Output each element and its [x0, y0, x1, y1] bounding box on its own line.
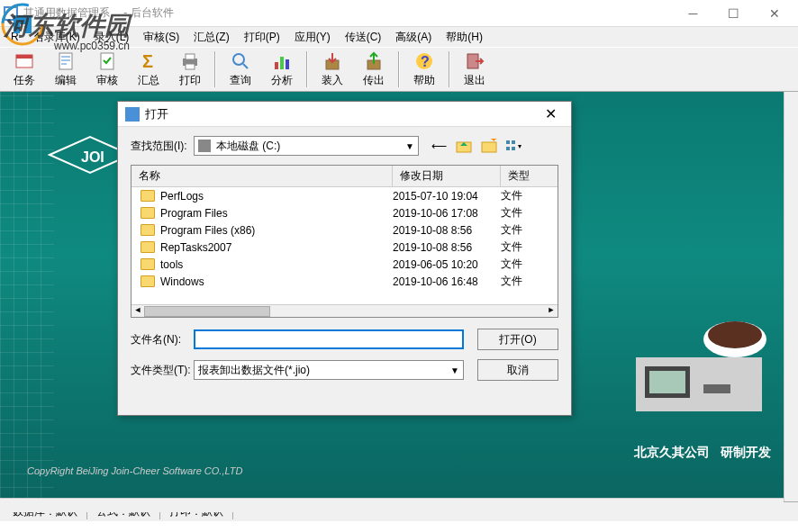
file-list-header: 名称 修改日期 类型: [131, 166, 558, 187]
toolbar-chart-button[interactable]: 分析: [261, 50, 303, 89]
sum-icon: Σ: [139, 51, 159, 71]
lookin-dropdown[interactable]: 本地磁盘 (C:) ▼: [194, 136, 419, 156]
svg-rect-6: [59, 53, 72, 69]
column-name[interactable]: 名称: [131, 166, 393, 186]
horizontal-scrollbar[interactable]: [0, 498, 784, 512]
open-button[interactable]: 打开(O): [477, 329, 558, 350]
svg-rect-34: [512, 140, 515, 144]
file-list: 名称 修改日期 类型 PerfLogs2015-07-10 19:04文件Pro…: [131, 165, 558, 318]
minimize-button[interactable]: ─: [673, 1, 713, 26]
dialog-titlebar: 打开 ✕: [118, 102, 571, 127]
toolbar-exit-button[interactable]: 退出: [454, 50, 495, 89]
task-icon: [14, 51, 34, 71]
watermark-url: www.pc0359.cn: [54, 40, 130, 52]
menu-item-8[interactable]: 高级(A): [388, 28, 439, 47]
drive-icon: [198, 140, 211, 152]
folder-icon: [141, 241, 155, 253]
svg-rect-15: [286, 59, 289, 69]
svg-rect-13: [275, 62, 278, 69]
svg-rect-26: [649, 371, 685, 393]
svg-text:?: ?: [421, 54, 430, 69]
filetype-label: 文件类型(T):: [131, 363, 194, 378]
export-icon: [364, 51, 384, 71]
folder-icon: [141, 275, 155, 287]
folder-icon: [141, 190, 155, 202]
folder-icon: [141, 224, 155, 236]
folder-icon: [141, 258, 155, 270]
svg-point-12: [233, 54, 244, 65]
toolbar-separator: [214, 51, 216, 87]
svg-rect-32: [506, 140, 510, 144]
file-list-scrollbar[interactable]: ◄ ►: [131, 304, 558, 317]
chevron-down-icon: ▼: [450, 365, 459, 375]
close-button[interactable]: ✕: [754, 1, 794, 26]
file-row[interactable]: Program Files (x86)2019-10-08 8:56文件: [131, 221, 558, 239]
scrollbar-thumb[interactable]: [144, 306, 270, 317]
column-type[interactable]: 类型: [501, 166, 546, 186]
edit-icon: [56, 51, 76, 71]
svg-rect-11: [186, 64, 195, 69]
dialog-title: 打开: [145, 106, 537, 122]
column-date[interactable]: 修改日期: [393, 166, 501, 186]
filename-label: 文件名(N):: [131, 332, 194, 347]
menu-item-6[interactable]: 应用(Y): [287, 28, 338, 47]
svg-text:JOI: JOI: [81, 149, 104, 165]
chart-icon: [272, 51, 292, 71]
exit-icon: [465, 51, 485, 71]
decorative-desk-image: [618, 267, 780, 429]
toolbar-search-button[interactable]: 查询: [220, 50, 261, 89]
search-icon: [231, 51, 250, 71]
svg-rect-10: [186, 54, 195, 59]
toolbar-export-button[interactable]: 传出: [353, 50, 394, 89]
toolbar-sum-button[interactable]: Σ汇总: [128, 50, 169, 89]
chevron-down-icon: ▼: [405, 141, 414, 151]
dialog-icon: [125, 107, 140, 122]
svg-rect-33: [506, 147, 510, 150]
filetype-dropdown[interactable]: 报表卸出数据文件(*.jio) ▼: [194, 360, 464, 380]
toolbar-task-button[interactable]: 任务: [4, 50, 45, 89]
toolbar-import-button[interactable]: 装入: [312, 50, 353, 89]
menu-item-5[interactable]: 打印(P): [237, 28, 287, 47]
svg-rect-35: [512, 147, 515, 150]
vertical-scrollbar[interactable]: [784, 92, 798, 501]
copyright-text: CopyRight BeiJing Join-Cheer Software CO…: [27, 465, 242, 476]
toolbar-help-button[interactable]: ?帮助: [404, 50, 445, 89]
back-icon[interactable]: ⟵: [430, 137, 448, 155]
help-icon: ?: [414, 51, 434, 71]
file-row[interactable]: RepTasks20072019-10-08 8:56文件: [131, 239, 558, 256]
lookin-label: 查找范围(I):: [131, 139, 194, 154]
svg-rect-14: [280, 57, 284, 69]
view-menu-icon[interactable]: ▾: [505, 137, 523, 155]
toolbar-check-button[interactable]: 审核: [86, 50, 128, 89]
menu-item-3[interactable]: 审核(S): [136, 28, 186, 47]
svg-rect-27: [703, 384, 730, 393]
menu-item-4[interactable]: 汇总(Z): [186, 28, 236, 47]
open-file-dialog: 打开 ✕ 查找范围(I): 本地磁盘 (C:) ▼ ⟵ ✦ ▾ 名称 修改日期 …: [117, 101, 572, 416]
menu-item-7[interactable]: 传送(C): [338, 28, 389, 47]
menu-item-9[interactable]: 帮助(H): [439, 28, 490, 47]
svg-point-24: [708, 321, 762, 348]
check-icon: [97, 51, 117, 71]
cancel-button[interactable]: 取消: [477, 359, 558, 381]
new-folder-icon[interactable]: ✦: [480, 137, 498, 155]
print-icon: [180, 51, 200, 71]
file-row[interactable]: PerfLogs2015-07-10 19:04文件: [131, 187, 558, 204]
svg-text:▾: ▾: [518, 142, 521, 150]
brand-company: 北京久其公司 研制开发: [634, 445, 771, 461]
file-row[interactable]: Program Files2019-10-06 17:08文件: [131, 204, 558, 221]
svg-rect-28: [125, 107, 140, 122]
filename-input[interactable]: [194, 329, 464, 349]
svg-text:✦: ✦: [490, 139, 497, 144]
up-folder-icon[interactable]: [455, 137, 473, 155]
toolbar-print-button[interactable]: 打印: [169, 50, 211, 89]
dialog-close-button[interactable]: ✕: [537, 104, 564, 125]
file-row[interactable]: tools2019-06-05 10:20文件: [131, 256, 558, 273]
svg-rect-5: [16, 55, 32, 59]
svg-text:Σ: Σ: [142, 51, 153, 71]
toolbar-edit-button[interactable]: 编辑: [45, 50, 86, 89]
file-row[interactable]: Windows2019-10-06 16:48文件: [131, 273, 558, 290]
maximize-button[interactable]: ☐: [713, 1, 754, 26]
toolbar: 任务编辑审核Σ汇总打印查询分析装入传出?帮助退出: [0, 47, 798, 92]
watermark-text: 河东软件园: [4, 9, 130, 43]
folder-icon: [141, 207, 155, 219]
